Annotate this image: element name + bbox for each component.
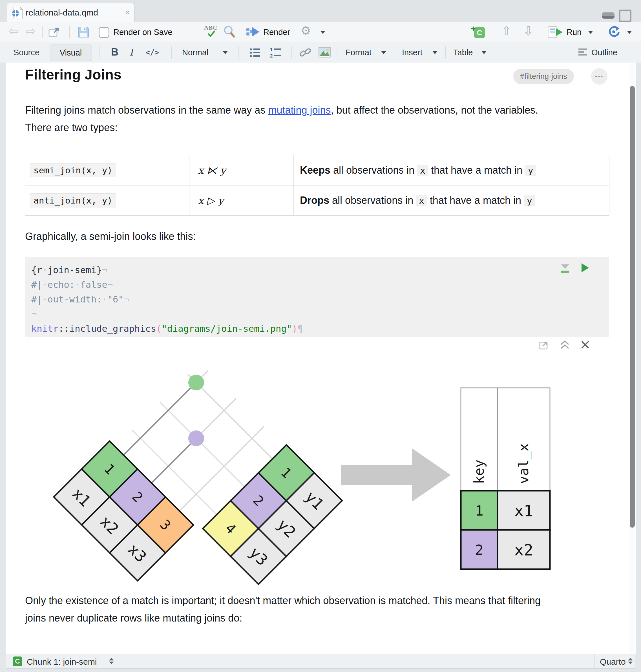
doc-type-selector[interactable]: Quarto bbox=[595, 654, 636, 668]
tab-title: relational-data.qmd bbox=[26, 8, 98, 17]
go-to-next-chunk-icon[interactable]: ⇩ bbox=[523, 24, 534, 38]
doc-type-label: Quarto bbox=[600, 657, 626, 667]
inline-code-button[interactable]: </> bbox=[146, 48, 159, 57]
page-title: Filtering Joins bbox=[25, 67, 122, 83]
plus-icon: + bbox=[471, 24, 476, 33]
result-table: key val_x 1 x1 2 x2 bbox=[461, 388, 550, 569]
forward-icon[interactable]: ⇨ bbox=[25, 24, 36, 38]
tab-bar: relational-data.qmd × bbox=[0, 0, 641, 22]
open-in-new-window-icon[interactable] bbox=[49, 27, 60, 38]
section-anchor-badge: #filtering-joins bbox=[513, 69, 574, 84]
outline-button[interactable]: Outline bbox=[591, 48, 617, 57]
status-bar: C Chunk 1: join-semi Quarto bbox=[5, 654, 636, 669]
section-options-button[interactable]: ••• bbox=[591, 68, 608, 85]
link-icon[interactable] bbox=[299, 47, 312, 58]
run-chunk-icon[interactable] bbox=[581, 263, 589, 273]
main-toolbar: ⇦ ⇨ Render on Save ABC Render ⚙ C + ⇧ ⇩ bbox=[0, 22, 641, 43]
rerun-options-caret-icon[interactable] bbox=[627, 31, 632, 34]
source-mode-button[interactable]: Source bbox=[14, 48, 39, 57]
render-button[interactable]: Render bbox=[263, 28, 290, 37]
anti-join-description: Drops all observations in x that have a … bbox=[294, 186, 610, 216]
format-toolbar: Source Visual B I </> Normal 1 2 Format … bbox=[0, 42, 641, 63]
insert-menu-caret-icon[interactable] bbox=[433, 51, 437, 54]
window-minimize-button[interactable] bbox=[602, 12, 614, 18]
svg-text:key: key bbox=[471, 460, 487, 484]
visual-mode-button[interactable]: Visual bbox=[50, 44, 92, 61]
mutating-joins-link[interactable]: mutating joins bbox=[268, 104, 331, 116]
window-maximize-button[interactable] bbox=[619, 10, 631, 22]
svg-text:1: 1 bbox=[270, 47, 273, 52]
bold-button[interactable]: B bbox=[111, 46, 118, 58]
svg-text:val_x: val_x bbox=[516, 443, 531, 484]
back-icon[interactable]: ⇦ bbox=[9, 24, 19, 38]
semi-join-description: Keeps all observations in x that have a … bbox=[294, 155, 610, 186]
tab-close-icon[interactable]: × bbox=[125, 8, 130, 17]
tab-relational-data[interactable]: relational-data.qmd × bbox=[7, 3, 135, 22]
run-options-caret-icon[interactable] bbox=[588, 31, 593, 34]
semi-join-code: semi_join(x, y) bbox=[30, 163, 116, 177]
format-menu[interactable]: Format bbox=[345, 48, 371, 57]
svg-text:x2: x2 bbox=[514, 541, 533, 559]
anti-join-math: x ▷ y bbox=[189, 186, 294, 216]
visual-editor: Filtering Joins #filtering-joins ••• Fil… bbox=[5, 63, 636, 654]
gear-icon[interactable]: ⚙ bbox=[300, 24, 311, 38]
go-to-previous-chunk-icon[interactable]: ⇧ bbox=[501, 24, 512, 38]
closing-paragraph: Only the existence of a match is importa… bbox=[25, 592, 552, 627]
result-arrow-icon bbox=[341, 448, 451, 502]
save-icon[interactable] bbox=[77, 26, 90, 38]
numbered-list-icon[interactable]: 1 2 bbox=[270, 47, 282, 58]
table-row: semi_join(x, y) x ⋉ y Keeps all observat… bbox=[25, 155, 610, 186]
spellcheck-icon[interactable]: ABC bbox=[204, 24, 220, 40]
anti-join-code: anti_join(x, y) bbox=[30, 193, 116, 207]
match-dot-green bbox=[188, 375, 204, 390]
search-icon[interactable] bbox=[223, 25, 236, 38]
join-types-table: semi_join(x, y) x ⋉ y Keeps all observat… bbox=[25, 155, 610, 216]
quarto-file-icon bbox=[11, 6, 23, 19]
table-menu[interactable]: Table bbox=[453, 48, 473, 57]
paragraph-style-select[interactable]: Normal bbox=[182, 48, 208, 57]
graphically-paragraph: Graphically, a semi-join looks like this… bbox=[25, 228, 196, 245]
table-menu-caret-icon[interactable] bbox=[481, 51, 487, 54]
svg-text:x1: x1 bbox=[514, 502, 533, 520]
format-menu-caret-icon[interactable] bbox=[381, 51, 386, 54]
bullet-list-icon[interactable] bbox=[250, 48, 261, 57]
close-output-icon[interactable] bbox=[581, 341, 589, 349]
render-on-save-checkbox[interactable] bbox=[99, 27, 109, 38]
paragraph-style-caret-icon[interactable] bbox=[223, 51, 228, 54]
semi-join-diagram-image: 1 2 3 x1 x2 x3 4 2 1 y3 y2 y1 bbox=[25, 348, 609, 588]
insert-menu[interactable]: Insert bbox=[402, 48, 423, 57]
image-icon[interactable] bbox=[318, 47, 331, 57]
table-row: anti_join(x, y) x ▷ y Drops all observat… bbox=[25, 186, 610, 216]
outline-icon[interactable] bbox=[578, 49, 588, 57]
render-options-caret-icon[interactable] bbox=[320, 31, 325, 34]
run-icon bbox=[548, 26, 563, 38]
insert-chunk-button[interactable]: C + bbox=[471, 25, 486, 39]
svg-text:2: 2 bbox=[475, 542, 483, 558]
rerun-icon[interactable] bbox=[607, 25, 620, 38]
chunk-navigator-updown-icon[interactable] bbox=[109, 657, 113, 665]
chunk-language-badge: C bbox=[13, 657, 22, 666]
svg-text:2: 2 bbox=[270, 53, 273, 58]
chunk-navigator[interactable]: Chunk 1: join-semi bbox=[27, 657, 97, 667]
intro-text: Filtering joins match observations in th… bbox=[25, 104, 268, 116]
chunk-code-lines: {r·join-semi}¬#|·echo:·false¬#|·out-widt… bbox=[31, 263, 303, 336]
render-on-save-label: Render on Save bbox=[113, 28, 173, 37]
code-chunk[interactable]: {r·join-semi}¬#|·echo:·false¬#|·out-widt… bbox=[25, 257, 609, 337]
render-icon bbox=[246, 27, 259, 38]
scrollbar-thumb[interactable] bbox=[630, 86, 635, 528]
semi-join-math: x ⋉ y bbox=[189, 155, 294, 186]
editor-scrollbar[interactable] bbox=[629, 63, 636, 654]
svg-text:1: 1 bbox=[475, 503, 483, 519]
intro-paragraph: Filtering joins match observations in th… bbox=[25, 101, 555, 136]
run-chunks-above-icon[interactable] bbox=[561, 263, 570, 275]
run-button[interactable]: Run bbox=[567, 28, 582, 37]
doc-type-updown-icon bbox=[628, 657, 632, 665]
italic-button[interactable]: I bbox=[130, 46, 134, 58]
match-dot-purple bbox=[188, 430, 204, 446]
